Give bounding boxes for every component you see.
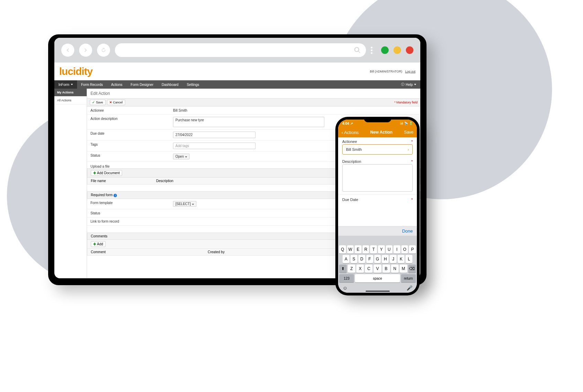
key-s[interactable]: S (350, 255, 357, 263)
key-v[interactable]: V (374, 265, 381, 273)
mobile-save-button[interactable]: Save (404, 130, 413, 135)
browser-chrome-toolbar (54, 38, 420, 63)
reload-button[interactable] (97, 44, 110, 57)
key-c[interactable]: C (365, 265, 373, 273)
m-duedate-label: Due Date (342, 198, 358, 202)
phone-notch (364, 117, 391, 122)
save-button[interactable]: ✓Save (90, 100, 106, 105)
form-toolbar: ✓Save ✕Cancel * Mandatory field (87, 99, 420, 107)
info-icon[interactable]: i (114, 194, 117, 197)
actionee-label: Actionee (90, 109, 173, 112)
mandatory-field-note: * Mandatory field (394, 101, 418, 104)
due-date-label: Due date (90, 132, 173, 135)
key-space[interactable]: space (355, 274, 400, 282)
add-comment-button[interactable]: ✚Add (91, 241, 106, 247)
key-m[interactable]: M (400, 265, 407, 273)
key-o[interactable]: O (401, 245, 408, 254)
form-template-label: Form template (90, 201, 173, 205)
cancel-button[interactable]: ✕Cancel (107, 100, 125, 105)
nav-form-designer[interactable]: Form Designer (127, 80, 158, 89)
main-nav: InForm Form Records Actions Form Designe… (54, 80, 420, 89)
chevron-right-icon: › (408, 147, 409, 152)
keyboard-done-button[interactable]: Done (338, 226, 417, 236)
key-i[interactable]: I (393, 245, 400, 254)
key-d[interactable]: D (358, 255, 365, 263)
key-w[interactable]: W (347, 245, 354, 254)
sidebar: My Actions All Actions (54, 89, 87, 278)
sidebar-item-my-actions[interactable]: My Actions (54, 89, 87, 97)
page-title: Edit Action (87, 89, 420, 99)
rf-status-label: Status (90, 211, 173, 215)
sidebar-item-all-actions[interactable]: All Actions (54, 97, 87, 104)
suggestion-bar (339, 237, 416, 244)
form-template-select[interactable]: [SELECT] (173, 201, 196, 207)
key-g[interactable]: G (374, 255, 381, 263)
mobile-nav-bar: ‹ Actions New Action Save (338, 127, 417, 137)
traffic-lights (381, 46, 413, 54)
m-actionee-label: Actionee (342, 139, 357, 144)
key-n[interactable]: N (391, 265, 399, 273)
key-backspace[interactable]: ⌫ (408, 265, 416, 273)
key-u[interactable]: U (386, 245, 393, 254)
phone-device-frame: 4:04 ↗ 📶 📡 🔋 ‹ Actions New Action Save A… (335, 117, 420, 295)
key-y[interactable]: Y (378, 245, 385, 254)
logo: lucidity (59, 66, 93, 77)
home-indicator[interactable] (366, 291, 390, 292)
add-document-button[interactable]: ✚Add Document (91, 170, 122, 176)
key-q[interactable]: Q (339, 245, 346, 254)
tags-input[interactable]: Add tags (173, 143, 256, 149)
link-form-record-label: Link to form record (90, 220, 173, 223)
address-bar[interactable] (115, 43, 366, 57)
nav-settings[interactable]: Settings (183, 80, 203, 89)
nav-dashboard[interactable]: Dashboard (158, 80, 183, 89)
due-date-input[interactable]: 27/04/2022 (173, 132, 256, 138)
key-h[interactable]: H (382, 255, 389, 263)
menu-icon[interactable] (371, 47, 373, 54)
key-x[interactable]: X (356, 265, 364, 273)
m-description-input[interactable] (342, 164, 413, 192)
back-button[interactable] (61, 44, 74, 57)
key-e[interactable]: E (355, 245, 361, 254)
app-header: lucidity Bill (ADMINISTRATOR) Log out (54, 63, 420, 80)
m-actionee-select[interactable]: Bill Smith› (342, 144, 413, 155)
nav-form-records[interactable]: Form Records (77, 80, 107, 89)
username-label: Bill (ADMINISTRATOR) (370, 70, 402, 73)
status-select[interactable]: Open (173, 154, 190, 159)
tags-label: Tags (90, 143, 173, 146)
actionee-value: Bill Smith (173, 109, 417, 112)
key-return[interactable]: return (401, 274, 416, 282)
mobile-back-button[interactable]: ‹ Actions (342, 130, 359, 135)
emoji-icon[interactable]: ☺ (343, 285, 347, 291)
key-b[interactable]: B (382, 265, 390, 273)
user-info: Bill (ADMINISTRATOR) Log out (370, 70, 415, 73)
description-label: Action description (90, 117, 173, 121)
nav-help[interactable]: ⓘHelp (397, 80, 420, 89)
m-description-label: Description (342, 159, 361, 164)
key-k[interactable]: K (398, 255, 404, 263)
key-f[interactable]: F (366, 255, 373, 263)
key-z[interactable]: Z (348, 265, 355, 273)
key-shift[interactable]: ⬆ (339, 265, 347, 273)
nav-actions[interactable]: Actions (107, 80, 127, 89)
key-a[interactable]: A (343, 255, 349, 263)
description-input[interactable]: Purchase new tyre (173, 117, 324, 127)
mic-icon[interactable]: 🎤 (407, 285, 412, 291)
key-p[interactable]: P (409, 245, 416, 254)
key-j[interactable]: J (390, 255, 397, 263)
key-123[interactable]: 123 (339, 274, 354, 282)
nav-brand-dropdown[interactable]: InForm (54, 80, 77, 89)
key-l[interactable]: L (406, 255, 412, 263)
forward-button[interactable] (79, 44, 92, 57)
search-icon (354, 46, 361, 54)
logout-link[interactable]: Log out (405, 70, 415, 73)
signal-wifi-battery-icons: 📶 📡 🔋 (400, 122, 413, 125)
key-t[interactable]: T (370, 245, 377, 254)
status-label: Status (90, 154, 173, 157)
mobile-title: New Action (370, 130, 392, 135)
key-r[interactable]: R (363, 245, 369, 254)
keyboard: Q W E R T Y U I O P A S D F G H J K L (338, 236, 417, 293)
